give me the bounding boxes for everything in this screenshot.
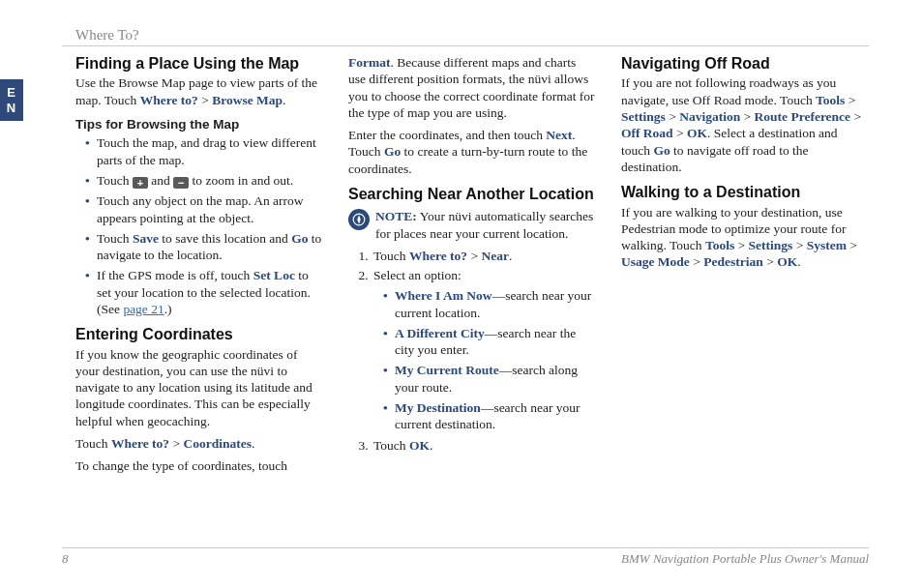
breadcrumb: Where To? <box>62 27 869 46</box>
language-tab: E N <box>0 79 23 121</box>
heading-finding-map: Finding a Place Using the Map <box>75 54 323 74</box>
label-set-loc: Set Loc <box>253 268 295 282</box>
link-where-to: Where to? <box>140 93 198 107</box>
page-number: 8 <box>62 551 69 567</box>
page-21-link[interactable]: page 21 <box>123 302 164 316</box>
zoom-out-icon: − <box>173 177 189 189</box>
tip-item: Touch any object on the map. An arrow ap… <box>85 192 323 226</box>
step-item: Select an option: Where I Am Now—search … <box>372 267 596 432</box>
zoom-in-icon: + <box>133 177 148 189</box>
entering-p1: If you know the geographic coordinates o… <box>75 346 323 429</box>
option-item: My Destination—search near your current … <box>383 399 596 433</box>
heading-walking: Walking to a Destination <box>621 183 869 202</box>
search-steps: Touch Where to? > Near. Select an option… <box>348 248 596 454</box>
tips-list: Touch the map, and drag to view differen… <box>75 134 323 317</box>
entering-p4: Enter the coordinates, and then touch Ne… <box>348 127 596 177</box>
heading-searching-near: Searching Near Another Location <box>348 185 596 204</box>
heading-entering-coords: Entering Coordinates <box>75 325 323 344</box>
step-item: Touch OK. <box>372 437 596 454</box>
walking-text: If you are walking to your destination, … <box>621 204 869 271</box>
step-item: Touch Where to? > Near. <box>372 248 596 264</box>
page-footer: 8 BMW Navigation Portable Plus Owner's M… <box>62 547 869 567</box>
lang-line-2: N <box>0 101 23 116</box>
offroad-block: Navigating Off Road If you are not follo… <box>621 54 869 175</box>
label-save: Save <box>133 231 159 246</box>
option-item: Where I Am Now—search near your current … <box>383 287 596 321</box>
label-go: Go <box>291 231 308 246</box>
note-block: NOTE: Your nüvi automatically searches f… <box>348 208 596 242</box>
lang-line-1: E <box>0 85 23 101</box>
entering-p3: To change the type of coordinates, touch <box>75 457 323 474</box>
heading-offroad: Navigating Off Road <box>621 54 869 74</box>
note-text: NOTE: Your nüvi automatically searches f… <box>375 208 596 242</box>
tip-item: If the GPS mode is off, touch Set Loc to… <box>85 267 323 317</box>
manual-page: E N Where To? Finding a Place Using the … <box>0 0 923 588</box>
doc-title: BMW Navigation Portable Plus Owner's Man… <box>621 551 869 567</box>
finding-map-intro: Use the Browse Map page to view parts of… <box>75 74 323 108</box>
walking-block: Walking to a Destination If you are walk… <box>621 183 869 271</box>
option-item: My Current Route—search along your route… <box>383 362 596 396</box>
note-icon <box>348 209 370 230</box>
offroad-text: If you are not following roadways as you… <box>621 74 869 175</box>
heading-tips: Tips for Browsing the Map <box>75 116 323 132</box>
content-columns: Finding a Place Using the Map Use the Br… <box>75 54 869 538</box>
entering-p2: Touch Where to? > Coordinates. <box>75 435 323 452</box>
search-options: Where I Am Now—search near your current … <box>373 287 596 432</box>
tip-item: Touch + and − to zoom in and out. <box>85 172 323 190</box>
option-item: A Different City—search near the city yo… <box>383 325 596 359</box>
compass-icon <box>352 213 366 226</box>
link-browse-map: Browse Map <box>212 93 283 107</box>
tip-item: Touch Save to save this location and Go … <box>85 230 323 264</box>
entering-p3b: Format. Because different maps and chart… <box>348 54 596 121</box>
tip-item: Touch the map, and drag to view differen… <box>85 134 323 168</box>
